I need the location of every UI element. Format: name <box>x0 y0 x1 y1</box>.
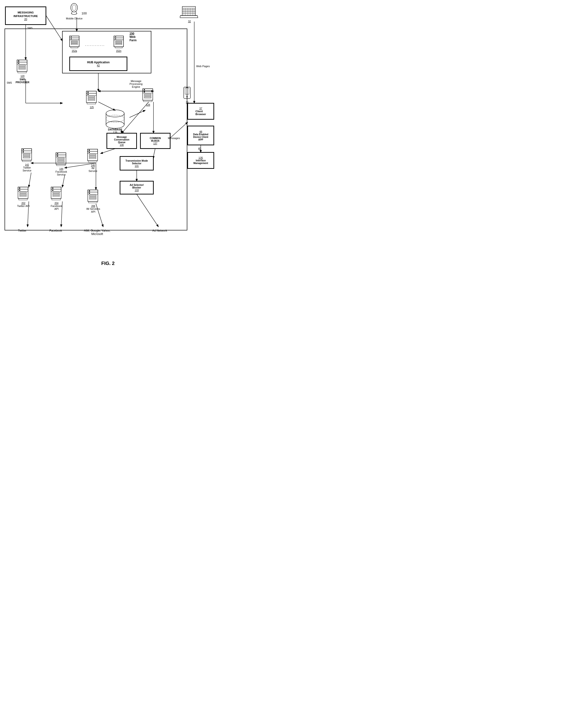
messaging-infra-label: 20 <box>24 18 27 21</box>
facebook-api: 204 FacebookAPI <box>50 186 63 210</box>
ref-40: 40 <box>198 147 201 150</box>
trans-mode-title: Transmission ModeSelector <box>125 159 148 165</box>
svg-rect-139 <box>57 164 65 166</box>
ad-selector: Ad Selector/Blocker 133 <box>120 181 153 194</box>
database-icon <box>104 109 126 129</box>
mobile-50-icon <box>182 86 193 101</box>
facebook-api-icon <box>50 186 63 201</box>
svg-point-153 <box>52 190 53 191</box>
facebook-service-icon <box>55 152 68 167</box>
svg-point-104 <box>106 110 124 117</box>
server-152a-label: 152a <box>68 50 80 52</box>
msg-conv-queue: MessageConversationQueue 130 <box>107 133 137 149</box>
svg-rect-165 <box>90 198 96 199</box>
laptop-icon <box>180 5 199 21</box>
twitter-api-label: 202 <box>17 202 30 205</box>
twitter-service-title: TwitterService <box>20 166 33 172</box>
svg-rect-109 <box>184 87 191 99</box>
svg-rect-118 <box>89 154 96 155</box>
twitter-service-label: 142 <box>20 163 33 166</box>
svg-point-58 <box>115 36 116 37</box>
svg-rect-164 <box>90 197 96 198</box>
svg-line-23 <box>129 110 145 118</box>
hub-app-label: 42 <box>97 64 100 67</box>
laptop: 32 <box>180 5 199 23</box>
svg-point-125 <box>23 149 24 150</box>
svg-rect-93 <box>88 100 95 101</box>
facebook-service: 144 FacebookService <box>55 152 68 176</box>
svg-rect-166 <box>88 202 97 203</box>
common-inbox-label: 137 <box>153 142 157 145</box>
ad-selector-title: Ad Selector/Blocker <box>130 184 144 189</box>
facebook-service-title: FacebookService <box>55 170 68 176</box>
twitter-api-icon <box>17 186 30 201</box>
svg-rect-77 <box>17 60 27 72</box>
svg-rect-102 <box>144 97 151 98</box>
server-152n-icon <box>113 35 125 49</box>
server-146-title: IMService <box>86 167 100 173</box>
svg-point-143 <box>19 187 20 189</box>
sms-provider-label: 120 <box>16 75 29 77</box>
client-browser-title: ClientBrowser <box>196 110 206 115</box>
facebook-api-title: FacebookAPI <box>50 205 63 210</box>
svg-rect-103 <box>144 100 152 102</box>
client-browser: 37 ClientBrowser <box>187 103 214 120</box>
server-125-icon <box>85 90 98 105</box>
twitter-api: 202 Twitter API <box>17 186 30 207</box>
server-128-label: 128 <box>142 104 155 106</box>
mobile-device: Mobile Device <box>66 3 82 20</box>
svg-rect-156 <box>53 196 59 197</box>
msg-conv-queue-title: MessageConversationQueue <box>114 136 129 144</box>
svg-line-43 <box>76 11 77 14</box>
data-enabled-title: Data EnabledDevice ClientAPP <box>193 133 208 141</box>
server-125: 125 <box>85 90 98 109</box>
svg-rect-92 <box>88 98 95 99</box>
sms-label-1: SMS <box>27 27 33 29</box>
web-pages-label: Web Pages <box>196 65 210 68</box>
server-125-label: 125 <box>85 106 98 109</box>
messages-label: Messages <box>168 137 180 139</box>
messaging-infra-title: MESSAGING INFRASTRUCTURE <box>6 11 46 18</box>
svg-point-134 <box>57 153 58 154</box>
svg-rect-101 <box>144 96 151 96</box>
svg-point-98 <box>144 89 145 90</box>
twitter-api-title: Twitter API <box>17 205 30 207</box>
svg-rect-64 <box>182 6 196 16</box>
svg-point-116 <box>89 150 90 151</box>
svg-rect-147 <box>20 196 26 197</box>
svg-rect-128 <box>23 155 30 156</box>
svg-rect-60 <box>116 41 122 42</box>
twitter-service: 142 TwitterService <box>20 148 33 172</box>
svg-point-152 <box>52 187 53 189</box>
svg-line-42 <box>71 11 72 14</box>
svg-point-89 <box>87 92 89 93</box>
sms-provider-icon <box>16 59 29 74</box>
mobile-50: 50 <box>182 86 193 104</box>
svg-point-161 <box>89 190 90 191</box>
svg-rect-158 <box>88 190 98 202</box>
server-146: 146 IMService <box>86 149 100 173</box>
svg-line-36 <box>170 122 187 138</box>
svg-point-111 <box>186 96 188 97</box>
svg-rect-62 <box>116 44 122 45</box>
svg-point-135 <box>57 155 58 157</box>
svg-rect-137 <box>57 159 64 160</box>
svg-line-13 <box>46 16 62 41</box>
common-inbox-title: COMMONIN-BOX <box>150 137 161 142</box>
svg-rect-129 <box>23 157 30 158</box>
svg-rect-54 <box>114 36 124 47</box>
interface-management: 135 InterfaceManagement <box>187 152 214 168</box>
svg-rect-122 <box>22 149 32 160</box>
twitter-service-icon <box>20 148 33 162</box>
svg-rect-91 <box>88 96 95 97</box>
im-services-api-title: IM ServicesAPI <box>86 207 100 213</box>
svg-rect-110 <box>185 88 189 94</box>
server-152n-label: 152n <box>113 50 125 52</box>
svg-point-144 <box>19 190 20 191</box>
ref-100: 100 <box>81 11 87 15</box>
svg-rect-51 <box>71 42 77 43</box>
svg-rect-44 <box>70 36 79 47</box>
svg-rect-61 <box>116 42 122 43</box>
svg-rect-50 <box>71 41 77 42</box>
svg-rect-163 <box>90 195 96 196</box>
